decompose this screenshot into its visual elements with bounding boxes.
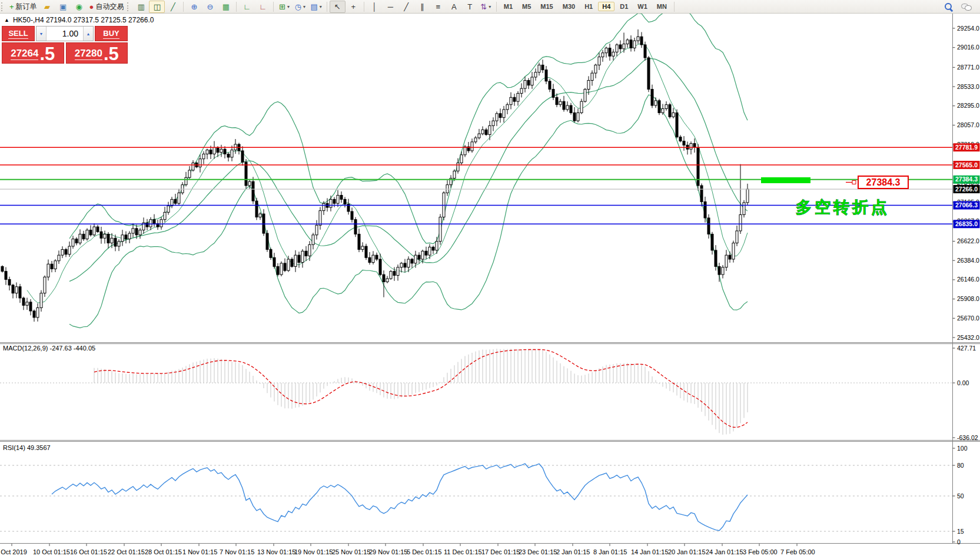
bar-chart-type-icon: ▥ (138, 3, 145, 11)
dropdown-caret-icon[interactable]: ▾ (489, 4, 491, 9)
price-tag: 27266.0 (954, 185, 980, 193)
svg-text:16 Oct 01:15: 16 Oct 01:15 (70, 548, 107, 555)
price-tag: 27066.3 (954, 201, 980, 210)
toolbar-separator (273, 2, 274, 12)
timeframe-h1-button[interactable]: H1 (580, 2, 597, 11)
dropdown-caret-icon[interactable]: ▾ (320, 4, 322, 9)
templates-button[interactable]: ▤▾ (308, 1, 324, 13)
sell-button[interactable]: SELL (2, 26, 35, 41)
signals-button[interactable]: ◉ (71, 1, 87, 13)
collapse-triangle-icon[interactable]: ▲ (4, 18, 9, 23)
terminal-window-button[interactable]: ▣ (55, 1, 71, 13)
dropdown-caret-icon[interactable]: ▾ (287, 4, 290, 9)
timeframe-m1-button[interactable]: M1 (500, 2, 517, 11)
cursor-icon: ↖ (334, 3, 341, 11)
new-chart-button[interactable]: ⊞▾ (276, 1, 292, 13)
toolbar-grip[interactable] (1, 2, 5, 11)
sell-price[interactable]: 27264.5 (2, 42, 64, 64)
svg-text:27266.0: 27266.0 (955, 186, 978, 193)
dropdown-caret-icon[interactable]: ▾ (303, 4, 305, 9)
timeframe-mn-button[interactable]: MN (653, 2, 671, 11)
timeframe-h4-button[interactable]: H4 (598, 2, 614, 11)
price-tag: 27384.3 (954, 176, 980, 184)
toolbar-grip[interactable] (127, 2, 131, 11)
svg-text:0.00: 0.00 (957, 379, 969, 386)
timeframe-m30-button[interactable]: M30 (559, 2, 579, 11)
line-chart-type-icon: ╱ (171, 3, 175, 11)
periods-button[interactable]: ◷▾ (292, 1, 308, 13)
cursor-button[interactable]: ↖ (330, 1, 346, 13)
toolbar-separator (674, 2, 675, 12)
line-chart-type-button[interactable]: ╱ (165, 1, 181, 13)
text-label-tool-button[interactable]: T (462, 1, 478, 13)
periods-icon: ◷ (295, 3, 301, 11)
zoom-in-button[interactable]: ⊕ (186, 1, 202, 13)
chart-title[interactable]: ▲ HK50-,H4 27194.0 27317.5 27125.5 27266… (4, 16, 154, 24)
new-order-label: 新订单 (16, 2, 37, 12)
crosshair-button[interactable]: + (346, 1, 361, 13)
volume-decrease-button[interactable]: ▼ (36, 27, 46, 41)
buy-price[interactable]: 27280.5 (66, 42, 128, 64)
svg-text:7 Feb 05:00: 7 Feb 05:00 (780, 548, 815, 555)
terminal-window-icon: ▣ (59, 3, 67, 11)
new-order-button[interactable]: +新订单 (7, 1, 39, 13)
rsi-label: RSI(14) 49.3567 (3, 444, 51, 451)
chart-title-text: HK50-,H4 27194.0 27317.5 27125.5 27266.0 (13, 16, 154, 24)
chat-icon[interactable] (961, 2, 972, 11)
timeframe-m5-button[interactable]: M5 (518, 2, 535, 11)
trendline-tool-button[interactable]: ╱ (398, 1, 414, 13)
svg-text:25670.0: 25670.0 (957, 315, 979, 322)
svg-text:28057.0: 28057.0 (957, 121, 979, 128)
svg-text:28771.0: 28771.0 (957, 64, 979, 71)
text-tool-icon: A (451, 3, 457, 11)
auto-scroll-button[interactable]: ∟ (239, 1, 255, 13)
vertical-line-tool-icon: │ (372, 3, 377, 11)
triangle-up-icon: ▲ (87, 32, 91, 36)
sell-button-label: SELL (8, 29, 28, 39)
equidistant-channel-tool-button[interactable]: ∥ (414, 1, 430, 13)
market-button[interactable]: ▰ (39, 1, 55, 13)
horizontal-line-tool-button[interactable]: ─ (383, 1, 398, 13)
zoom-out-button[interactable]: ⊖ (202, 1, 218, 13)
timeframe-w1-button[interactable]: W1 (633, 2, 652, 11)
volume-increase-button[interactable]: ▲ (83, 27, 93, 41)
templates-icon: ▤ (310, 3, 317, 11)
volume-spinner: ▼ 1.00 ▲ (36, 26, 94, 41)
cn-annotation-text[interactable]: 多空转折点 (796, 198, 890, 216)
svg-text:2 Jan 01:15: 2 Jan 01:15 (556, 548, 590, 555)
timeframe-d1-button[interactable]: D1 (616, 2, 632, 11)
auto-trading-button[interactable]: ●自动交易 (87, 1, 127, 13)
triangle-down-icon: ▼ (39, 32, 44, 36)
svg-text:27781.9: 27781.9 (955, 144, 978, 151)
auto-trading-icon: ● (89, 3, 94, 11)
toolbar-separator (236, 2, 237, 12)
svg-text:14 Jan 01:15: 14 Jan 01:15 (631, 548, 669, 555)
search-icon[interactable] (944, 2, 953, 11)
svg-text:5 Dec 01:15: 5 Dec 01:15 (407, 548, 441, 555)
chart-canvas[interactable]: 29254.029016.028771.028533.028295.028057… (0, 0, 980, 559)
text-tool-button[interactable]: A (446, 1, 462, 13)
price-callout-text: 27384.3 (866, 177, 901, 187)
price-tag: 26835.0 (954, 220, 980, 228)
vertical-line-tool-button[interactable]: │ (367, 1, 383, 13)
bar-chart-type-button[interactable]: ▥ (133, 1, 149, 13)
auto-trading-label: 自动交易 (95, 2, 124, 12)
volume-value[interactable]: 1.00 (46, 27, 83, 41)
svg-text:8 Jan 01:15: 8 Jan 01:15 (593, 548, 627, 555)
svg-text:26622.0: 26622.0 (957, 237, 979, 244)
svg-text:0: 0 (957, 538, 961, 545)
svg-text:15: 15 (957, 528, 964, 535)
buy-button[interactable]: BUY (95, 26, 128, 41)
timeframe-m15-button[interactable]: M15 (536, 2, 557, 11)
auto-scroll-icon: ∟ (244, 3, 251, 11)
arrows-tool-button[interactable]: ⇅▾ (478, 1, 494, 13)
arrows-tool-icon: ⇅ (480, 3, 487, 11)
candlestick-chart-type-button[interactable]: ◫ (149, 1, 165, 13)
green-highlight-box[interactable] (761, 177, 810, 183)
tile-windows-button[interactable]: ▦ (218, 1, 234, 13)
fibonacci-tool-button[interactable]: ≡ (430, 1, 446, 13)
buy-price-main: 27280 (75, 48, 102, 60)
svg-text:29016.0: 29016.0 (957, 44, 979, 51)
chart-shift-button[interactable]: ∟ (255, 1, 271, 13)
zoom-in-icon: ⊕ (191, 3, 198, 11)
